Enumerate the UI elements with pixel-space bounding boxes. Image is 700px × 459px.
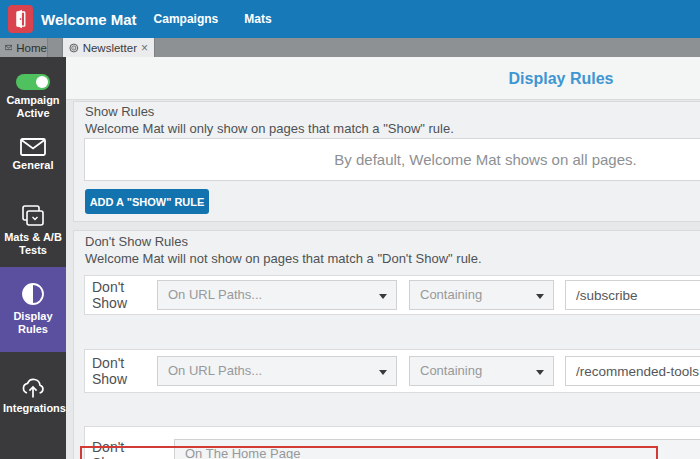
- dont-show-rule-row: Don't Show On URL Paths... Containing: [84, 349, 700, 393]
- main-content: Display Rules Show Rules Welcome Mat wil…: [66, 57, 700, 459]
- sidebar-item-campaign-active[interactable]: Campaign Active: [0, 57, 66, 120]
- rule-row-label: Don't Show: [92, 279, 157, 311]
- sidebar-item-label: Campaign Active: [3, 94, 63, 120]
- tab-home-label: Home: [16, 42, 47, 54]
- operator-dropdown[interactable]: Containing: [409, 356, 554, 386]
- dont-show-rule-row: Don't Show On URL Paths... Containing: [84, 275, 700, 315]
- tab-bar: Home Newsletter ×: [0, 38, 700, 57]
- dont-show-rule-row: Don't Show On The Home Page: [84, 426, 700, 459]
- target-icon: [69, 42, 79, 54]
- condition-dropdown-value: On URL Paths...: [168, 363, 262, 378]
- chevron-down-icon: [536, 294, 544, 299]
- page-title: Display Rules: [66, 57, 700, 100]
- dont-show-rules-description: Welcome Mat will not show on pages that …: [85, 251, 482, 266]
- sidebar: Campaign Active General Mats & A/B Tests…: [0, 57, 66, 459]
- chevron-down-icon: [536, 370, 544, 375]
- tab-newsletter[interactable]: Newsletter ×: [62, 38, 155, 57]
- chevron-down-icon: [379, 370, 387, 375]
- close-icon[interactable]: ×: [141, 42, 148, 54]
- default-message: By default, Welcome Mat shows on all pag…: [85, 139, 700, 180]
- cloud-upload-icon: [19, 376, 47, 399]
- rule-row-label: Don't Show: [92, 355, 157, 387]
- sidebar-item-display-rules[interactable]: Display Rules: [0, 267, 66, 352]
- operator-dropdown-value: Containing: [420, 363, 482, 378]
- tab-home[interactable]: Home: [0, 38, 48, 57]
- nav-item-campaigns[interactable]: Campaigns: [154, 12, 219, 26]
- sidebar-item-integrations[interactable]: Integrations: [0, 376, 66, 415]
- content-header: Display Rules: [66, 57, 700, 100]
- welcome-mat-logo[interactable]: [8, 5, 33, 33]
- contrast-icon: [20, 281, 46, 307]
- show-rules-section: Show Rules Welcome Mat will only show on…: [73, 101, 700, 222]
- layers-icon: [20, 204, 46, 228]
- nav-item-mats[interactable]: Mats: [244, 12, 271, 26]
- app-window: Welcome Mat Campaigns Mats Home Newslett…: [0, 0, 700, 459]
- sidebar-item-label: Integrations: [3, 402, 63, 415]
- sidebar-item-label: General: [3, 159, 63, 172]
- chevron-down-icon: [379, 294, 387, 299]
- dont-show-rules-section: Don't Show Rules Welcome Mat will not sh…: [73, 230, 700, 459]
- rule-value-input[interactable]: [565, 356, 700, 386]
- condition-dropdown[interactable]: On The Home Page: [174, 439, 700, 459]
- sidebar-item-label: Display Rules: [3, 310, 63, 336]
- sidebar-item-mats-ab-tests[interactable]: Mats & A/B Tests: [0, 204, 66, 257]
- condition-dropdown-value: On The Home Page: [185, 446, 300, 459]
- tab-newsletter-label: Newsletter: [83, 42, 137, 54]
- top-navbar: Welcome Mat Campaigns Mats: [0, 0, 700, 38]
- dont-show-rules-heading: Don't Show Rules: [85, 234, 188, 249]
- toggle-knob: [36, 76, 48, 88]
- envelope-icon: [5, 43, 12, 52]
- sidebar-item-label: Mats & A/B Tests: [3, 231, 63, 257]
- campaign-active-toggle[interactable]: [16, 74, 50, 90]
- show-rules-empty-box: By default, Welcome Mat shows on all pag…: [84, 138, 700, 181]
- envelope-icon: [20, 138, 46, 156]
- show-rules-description: Welcome Mat will only show on pages that…: [85, 121, 454, 136]
- add-show-rule-button[interactable]: ADD A "SHOW" RULE: [85, 189, 209, 214]
- condition-dropdown-value: On URL Paths...: [168, 287, 262, 302]
- app-title: Welcome Mat: [41, 11, 137, 28]
- operator-dropdown-value: Containing: [420, 287, 482, 302]
- door-icon: [12, 9, 29, 29]
- condition-dropdown[interactable]: On URL Paths...: [157, 280, 397, 310]
- rule-value-input[interactable]: [565, 280, 700, 310]
- condition-dropdown[interactable]: On URL Paths...: [157, 356, 397, 386]
- operator-dropdown[interactable]: Containing: [409, 280, 554, 310]
- sidebar-item-general[interactable]: General: [0, 138, 66, 172]
- show-rules-heading: Show Rules: [85, 104, 154, 119]
- rule-row-label: Don't Show: [92, 439, 157, 459]
